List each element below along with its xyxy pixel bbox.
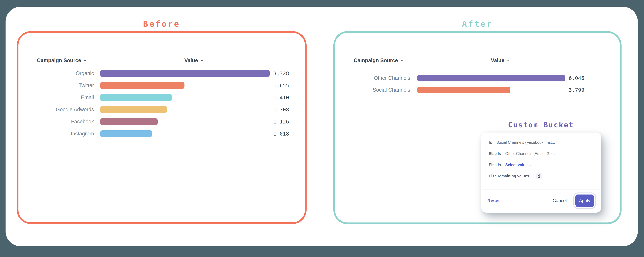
row-label: Organic bbox=[37, 70, 94, 76]
bucket-value[interactable]: Social Channels (Facebook, Inst... bbox=[496, 140, 555, 145]
chevron-down-icon bbox=[506, 58, 510, 63]
before-dimension-header[interactable]: Campaign Source bbox=[37, 57, 87, 64]
table-row: Email 1,410 bbox=[37, 94, 289, 101]
bar-track bbox=[417, 87, 565, 93]
before-bar-chart: Organic 3,328 Twitter 1,655 Email 1,410 … bbox=[37, 70, 289, 137]
row-value: 6,046 bbox=[569, 75, 584, 81]
row-label: Facebook bbox=[37, 119, 94, 125]
row-label: Social Channels bbox=[352, 87, 410, 93]
custom-bucket-rows: Is Social Channels (Facebook, Inst... El… bbox=[481, 133, 601, 182]
table-row: Facebook 1,126 bbox=[37, 118, 289, 125]
before-title: Before bbox=[111, 19, 212, 28]
after-title: After bbox=[427, 19, 528, 28]
bucket-condition-label: Else remaining values bbox=[489, 174, 529, 178]
table-row: Other Channels 6,046 bbox=[352, 75, 584, 81]
bar-track bbox=[100, 94, 270, 101]
bucket-condition-label: Else Is bbox=[489, 163, 501, 167]
row-value: 3,799 bbox=[569, 87, 584, 93]
row-label: Other Channels bbox=[352, 75, 410, 81]
page-background: Before After Campaign Source Value Organ… bbox=[0, 0, 644, 257]
table-row: Google Adwords 1,308 bbox=[37, 106, 289, 113]
chevron-down-icon bbox=[200, 58, 204, 63]
row-value: 1,655 bbox=[273, 82, 289, 88]
reset-button[interactable]: Reset bbox=[487, 198, 500, 203]
row-value: 3,328 bbox=[273, 70, 289, 76]
bucket-rule-row: Else remaining values i bbox=[489, 171, 596, 182]
after-measure-header[interactable]: Value bbox=[484, 57, 518, 64]
value-bar bbox=[417, 75, 565, 81]
bar-track bbox=[100, 82, 270, 89]
row-label: Email bbox=[37, 94, 94, 100]
row-value: 1,018 bbox=[273, 131, 289, 137]
cancel-button[interactable]: Cancel bbox=[552, 198, 567, 203]
bar-track bbox=[417, 75, 565, 81]
bar-track bbox=[100, 118, 270, 125]
apply-button[interactable]: Apply bbox=[576, 195, 594, 207]
value-bar bbox=[100, 94, 172, 101]
info-icon[interactable]: i bbox=[536, 173, 542, 179]
after-dimension-header[interactable]: Campaign Source bbox=[354, 57, 404, 64]
bar-track bbox=[100, 70, 270, 77]
value-bar bbox=[417, 87, 510, 93]
content-card: Before After Campaign Source Value Organ… bbox=[6, 7, 638, 246]
value-bar bbox=[100, 82, 184, 89]
value-bar bbox=[100, 130, 152, 137]
table-row: Organic 3,328 bbox=[37, 70, 289, 77]
row-label: Instagram bbox=[37, 131, 94, 137]
chevron-down-icon bbox=[400, 58, 404, 63]
value-bar bbox=[100, 70, 270, 77]
row-value: 1,126 bbox=[273, 119, 289, 125]
before-dimension-header-label: Campaign Source bbox=[37, 57, 81, 64]
table-row: Twitter 1,655 bbox=[37, 82, 289, 89]
before-measure-header[interactable]: Value bbox=[178, 57, 211, 64]
before-measure-header-label: Value bbox=[184, 57, 198, 64]
bucket-condition-label: Is bbox=[489, 140, 492, 145]
chevron-down-icon bbox=[83, 58, 87, 63]
row-value: 1,410 bbox=[273, 94, 289, 100]
row-label: Twitter bbox=[37, 82, 94, 88]
bucket-select-value-link[interactable]: Select value... bbox=[505, 163, 531, 167]
row-label: Google Adwords bbox=[37, 107, 94, 113]
custom-bucket-dialog: Is Social Channels (Facebook, Inst... El… bbox=[481, 133, 601, 213]
bar-track bbox=[100, 106, 270, 113]
bucket-rule-row: Else Is Other Channels (Email, Go... bbox=[489, 148, 596, 159]
table-row: Social Channels 3,799 bbox=[352, 87, 584, 93]
bucket-rule-row: Else Is Select value... bbox=[489, 159, 596, 171]
row-value: 1,308 bbox=[273, 107, 289, 113]
bucket-condition-label: Else Is bbox=[489, 151, 501, 156]
dialog-footer: Reset Cancel Apply bbox=[481, 190, 601, 212]
bucket-value[interactable]: Other Channels (Email, Go... bbox=[505, 151, 555, 156]
after-dimension-header-label: Campaign Source bbox=[354, 57, 398, 64]
value-bar bbox=[100, 106, 167, 113]
value-bar bbox=[100, 118, 158, 125]
bar-track bbox=[100, 130, 270, 137]
after-measure-header-label: Value bbox=[491, 57, 504, 64]
after-bar-chart: Other Channels 6,046 Social Channels 3,7… bbox=[352, 75, 584, 93]
bucket-rule-row: Is Social Channels (Facebook, Inst... bbox=[489, 137, 596, 148]
table-row: Instagram 1,018 bbox=[37, 130, 289, 137]
custom-bucket-title: Custom Bucket bbox=[491, 121, 591, 129]
